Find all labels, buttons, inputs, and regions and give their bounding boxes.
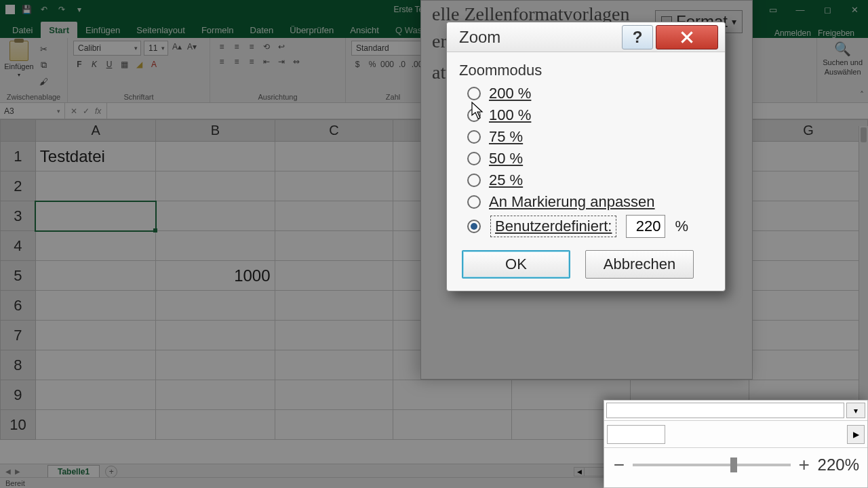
zoom-slider[interactable] (633, 464, 791, 466)
sheet-nav-prev-icon[interactable]: ◀ (5, 468, 11, 475)
row-header[interactable]: 6 (1, 291, 36, 321)
zoom-popup-dropdown-icon[interactable]: ▾ (846, 403, 865, 418)
font-size-combo[interactable]: 11 (144, 41, 168, 56)
close-window-icon[interactable]: ✕ (841, 0, 868, 19)
font-name-combo[interactable]: Calibri (73, 41, 141, 56)
col-header[interactable]: A (35, 120, 156, 142)
cell[interactable]: 1000 (156, 261, 275, 291)
tab-datei[interactable]: Datei (4, 22, 41, 38)
sheet-tab[interactable]: Tabelle1 (47, 465, 100, 478)
underline-button[interactable]: U (103, 58, 115, 70)
close-icon (678, 28, 696, 46)
bold-button[interactable]: F (73, 58, 85, 70)
selected-cell[interactable] (35, 201, 156, 231)
tab-start[interactable]: Start (41, 22, 77, 38)
zoom-option-50[interactable]: 50 % (467, 150, 713, 167)
sign-in-link[interactable]: Anmelden (774, 28, 811, 38)
dec-inc-icon[interactable]: .0 (396, 58, 408, 70)
zoom-option-25[interactable]: 25 % (467, 171, 713, 189)
merge-icon[interactable]: ⇔ (290, 56, 302, 68)
wrap-text-icon[interactable]: ↩ (275, 41, 288, 53)
copy-icon[interactable]: ⧉ (37, 58, 50, 72)
align-bottom-icon[interactable]: ≡ (245, 41, 258, 53)
tab-einfugen[interactable]: Einfügen (77, 22, 128, 38)
indent-inc-icon[interactable]: ⇥ (275, 56, 288, 68)
minimize-icon[interactable]: — (787, 0, 814, 19)
add-sheet-button[interactable]: + (105, 466, 117, 478)
name-box[interactable]: A3 (0, 103, 65, 119)
select-all-corner[interactable] (1, 120, 36, 142)
cancel-button[interactable]: Abbrechen (585, 250, 694, 279)
zoom-in-button[interactable]: + (797, 454, 811, 476)
ok-button[interactable]: OK (462, 250, 570, 279)
col-header[interactable]: C (275, 120, 393, 142)
zoom-out-button[interactable]: − (612, 454, 626, 476)
fill-color-button[interactable]: ◢ (133, 58, 145, 70)
share-link[interactable]: Freigeben (818, 28, 854, 38)
zoom-percent-label[interactable]: 220% (818, 455, 859, 474)
sheet-nav-next-icon[interactable]: ▶ (15, 468, 20, 475)
border-button[interactable]: ▦ (118, 58, 130, 70)
hscroll-left-icon[interactable]: ◀ (574, 467, 585, 476)
percent-icon[interactable]: % (366, 58, 378, 70)
zoom-option-fit[interactable]: An Markierung anpassen (467, 193, 713, 211)
zoom-popup-input[interactable] (606, 403, 844, 418)
collapse-ribbon-icon[interactable]: ˄ (860, 90, 864, 100)
zoom-option-100[interactable]: 100 % (467, 106, 713, 124)
row-header[interactable]: 9 (1, 380, 36, 410)
confirm-entry-icon[interactable]: ✓ (83, 106, 90, 116)
dialog-help-button[interactable]: ? (622, 25, 653, 49)
paste-button[interactable]: Einfügen ▾ (5, 41, 33, 88)
tab-seitenlayout[interactable]: Seitenlayout (128, 22, 193, 38)
row-header[interactable]: 4 (1, 231, 36, 261)
zoom-option-75[interactable]: 75 % (467, 128, 713, 146)
radio-icon (467, 195, 481, 209)
tab-uberprufen[interactable]: Überprüfen (281, 22, 342, 38)
align-top-icon[interactable]: ≡ (216, 41, 228, 53)
maximize-icon[interactable]: ◻ (814, 0, 841, 19)
currency-icon[interactable]: $ (351, 58, 363, 70)
grow-font-icon[interactable]: A▴ (171, 41, 183, 53)
shrink-font-icon[interactable]: A▾ (186, 41, 198, 53)
cancel-entry-icon[interactable]: ✕ (71, 106, 77, 116)
italic-button[interactable]: K (88, 58, 100, 70)
zoom-option-200[interactable]: 200 % (467, 85, 713, 102)
zoom-slider-thumb[interactable] (730, 458, 737, 472)
row-header[interactable]: 8 (1, 350, 36, 380)
thousands-icon[interactable]: 000 (381, 58, 393, 70)
row-header[interactable]: 2 (1, 171, 36, 201)
dialog-close-button[interactable] (656, 25, 718, 49)
zoom-option-custom[interactable]: Benutzerdefiniert: % (467, 215, 713, 238)
custom-zoom-input[interactable] (626, 215, 665, 238)
orientation-icon[interactable]: ⟲ (260, 41, 273, 53)
row-header[interactable]: 10 (1, 410, 36, 440)
fx-icon[interactable]: fx (95, 106, 101, 116)
redo-icon[interactable]: ↷ (56, 3, 68, 16)
row-header[interactable]: 5 (1, 261, 36, 291)
cut-icon[interactable]: ✂ (37, 42, 50, 56)
save-icon[interactable]: 💾 (20, 3, 33, 16)
row-header[interactable]: 3 (1, 201, 36, 231)
qat-more-icon[interactable]: ▾ (73, 3, 85, 16)
find-label-2: Auswählen (825, 68, 861, 76)
align-right-icon[interactable]: ≡ (245, 56, 258, 68)
undo-icon[interactable]: ↶ (38, 3, 50, 16)
ribbon-options-icon[interactable]: ▭ (760, 0, 787, 19)
zoom-popup-play-icon[interactable]: ▶ (847, 425, 865, 444)
format-painter-icon[interactable]: 🖌 (37, 75, 50, 88)
row-header[interactable]: 1 (1, 142, 36, 171)
col-header[interactable]: G (749, 120, 868, 142)
tab-daten[interactable]: Daten (242, 22, 282, 38)
indent-dec-icon[interactable]: ⇤ (260, 56, 273, 68)
align-center-icon[interactable]: ≡ (231, 56, 243, 68)
dialog-titlebar[interactable]: Zoom ? (447, 22, 725, 52)
align-middle-icon[interactable]: ≡ (231, 41, 243, 53)
cell[interactable]: Testdatei (35, 142, 156, 171)
zoom-popup-field[interactable] (607, 425, 665, 444)
col-header[interactable]: B (156, 120, 275, 142)
row-header[interactable]: 7 (1, 321, 36, 350)
align-left-icon[interactable]: ≡ (216, 56, 228, 68)
font-color-button[interactable]: A (148, 58, 160, 70)
tab-formeln[interactable]: Formeln (193, 22, 242, 38)
tab-ansicht[interactable]: Ansicht (342, 22, 387, 38)
